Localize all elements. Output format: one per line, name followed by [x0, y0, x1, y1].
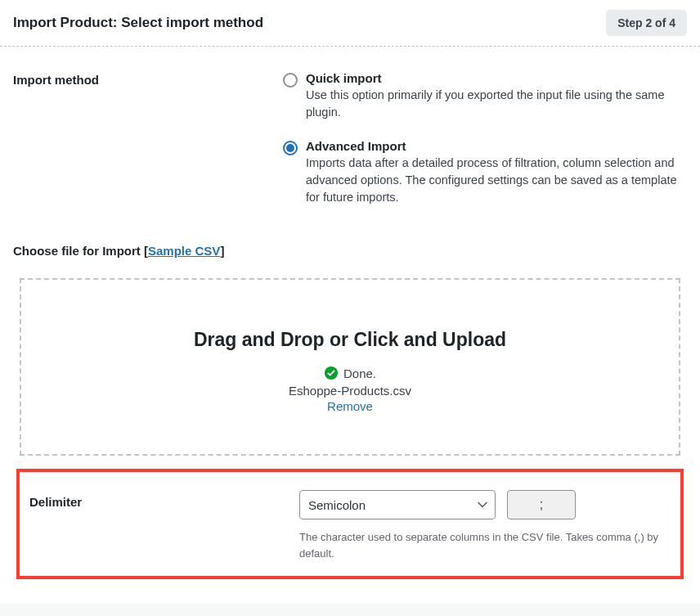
- uploaded-filename: Eshoppe-Products.csv: [38, 384, 662, 398]
- delimiter-select[interactable]: Semicolon: [299, 490, 496, 519]
- radio-title: Advanced Import: [306, 139, 687, 153]
- delimiter-help-text: The character used to separate columns i…: [299, 529, 671, 561]
- import-method-radio-group: Quick import Use this option primarily i…: [283, 71, 687, 206]
- check-circle-icon: [324, 366, 339, 380]
- radio-description: Use this option primarily if you exporte…: [306, 87, 687, 121]
- file-dropzone[interactable]: Drag and Drop or Click and Upload Done. …: [20, 278, 680, 456]
- wizard-footer: Back Step 3: Map import columns: [0, 604, 700, 616]
- delimiter-section: Delimiter Semicolon The character used t…: [16, 469, 684, 579]
- radio-description: Imports data after a detailed process of…: [306, 155, 687, 206]
- delimiter-value-input[interactable]: [507, 490, 576, 519]
- page-title: Import Product: Select import method: [13, 15, 263, 31]
- dropzone-title: Drag and Drop or Click and Upload: [38, 329, 662, 351]
- radio-icon: [283, 141, 298, 155]
- radio-quick-import[interactable]: Quick import Use this option primarily i…: [283, 71, 687, 121]
- delimiter-select-wrapper: Semicolon: [299, 490, 496, 519]
- delimiter-label: Delimiter: [29, 490, 299, 561]
- radio-title: Quick import: [306, 71, 687, 85]
- choose-file-label: Choose file for Import [Sample CSV]: [13, 244, 687, 258]
- import-method-label: Import method: [13, 71, 283, 206]
- remove-file-link[interactable]: Remove: [327, 399, 373, 413]
- radio-icon: [283, 73, 298, 88]
- done-label: Done.: [343, 366, 376, 380]
- radio-advanced-import[interactable]: Advanced Import Imports data after a det…: [283, 139, 687, 206]
- sample-csv-link[interactable]: Sample CSV: [148, 244, 220, 258]
- wizard-header: Import Product: Select import method Ste…: [0, 0, 700, 47]
- upload-status-row: Done.: [38, 366, 662, 380]
- import-method-row: Import method Quick import Use this opti…: [13, 71, 687, 206]
- step-indicator: Step 2 of 4: [606, 10, 687, 36]
